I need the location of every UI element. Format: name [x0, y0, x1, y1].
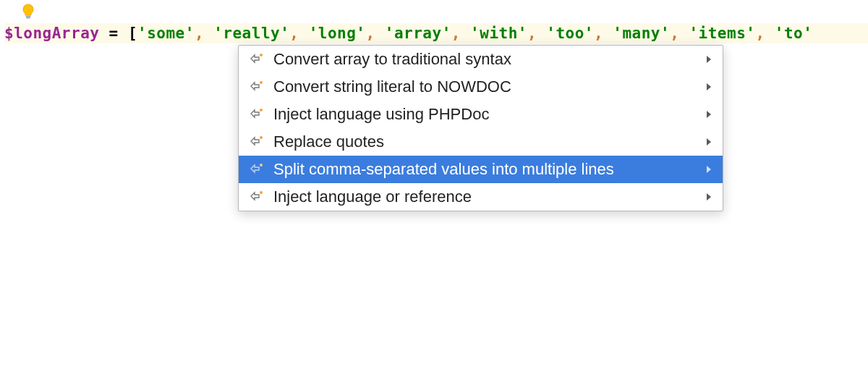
menu-item-split-values[interactable]: Split comma-separated values into multip…	[239, 156, 723, 183]
code-string: 'items'	[689, 25, 755, 42]
menu-item-convert-nowdoc[interactable]: Convert string literal to NOWDOC	[239, 73, 723, 101]
chevron-right-icon	[704, 164, 714, 174]
menu-item-label: Inject language or reference	[273, 188, 704, 206]
intention-icon	[249, 161, 265, 177]
menu-item-label: Inject language using PHPDoc	[273, 105, 704, 124]
code-comma: ,	[289, 25, 308, 42]
code-open-bracket: [	[128, 25, 137, 42]
menu-item-inject-phpdoc[interactable]: Inject language using PHPDoc	[239, 101, 723, 128]
code-string: 'too'	[546, 25, 594, 42]
intention-icon	[249, 106, 265, 122]
svg-rect-1	[26, 17, 30, 18]
code-comma: ,	[527, 25, 546, 42]
code-string: 'array'	[385, 25, 451, 42]
code-comma: ,	[755, 25, 774, 42]
chevron-right-icon	[704, 137, 714, 147]
chevron-right-icon	[704, 192, 714, 202]
code-string: 'some'	[137, 25, 195, 42]
svg-point-6	[260, 164, 263, 167]
menu-item-label: Split comma-separated values into multip…	[273, 160, 704, 179]
menu-item-inject-language[interactable]: Inject language or reference	[239, 183, 723, 211]
lightbulb-icon[interactable]	[20, 3, 36, 20]
chevron-right-icon	[704, 109, 714, 119]
svg-point-2	[260, 54, 263, 56]
menu-item-replace-quotes[interactable]: Replace quotes	[239, 128, 723, 156]
svg-point-3	[260, 81, 263, 84]
svg-point-5	[260, 136, 263, 139]
chevron-right-icon	[704, 54, 714, 64]
menu-item-label: Convert array to traditional syntax	[273, 50, 704, 69]
intention-icon	[249, 51, 265, 67]
intention-icon	[249, 134, 265, 150]
menu-item-convert-array[interactable]: Convert array to traditional syntax	[239, 46, 723, 73]
intention-icon	[249, 79, 265, 95]
code-variable: $longArray	[4, 25, 99, 42]
menu-item-label: Convert string literal to NOWDOC	[273, 77, 704, 96]
svg-point-4	[260, 109, 263, 111]
svg-point-7	[260, 191, 263, 194]
chevron-right-icon	[704, 82, 714, 92]
code-comma: ,	[366, 25, 385, 42]
code-string: 'to'	[775, 25, 813, 42]
code-comma: ,	[451, 25, 470, 42]
code-line[interactable]: $longArray = ['some', 'really', 'long', …	[4, 23, 868, 43]
code-string: 'with'	[470, 25, 527, 42]
intention-action-menu: Convert array to traditional syntax Conv…	[238, 45, 723, 211]
svg-rect-0	[26, 16, 31, 17]
code-comma: ,	[670, 25, 689, 42]
code-string: 'long'	[309, 25, 366, 42]
code-string: 'many'	[613, 25, 670, 42]
code-comma: ,	[594, 25, 613, 42]
menu-item-label: Replace quotes	[273, 132, 704, 151]
code-equals: =	[99, 25, 127, 42]
intention-icon	[249, 189, 265, 205]
code-string: 'really'	[213, 25, 289, 42]
code-comma: ,	[195, 25, 213, 42]
